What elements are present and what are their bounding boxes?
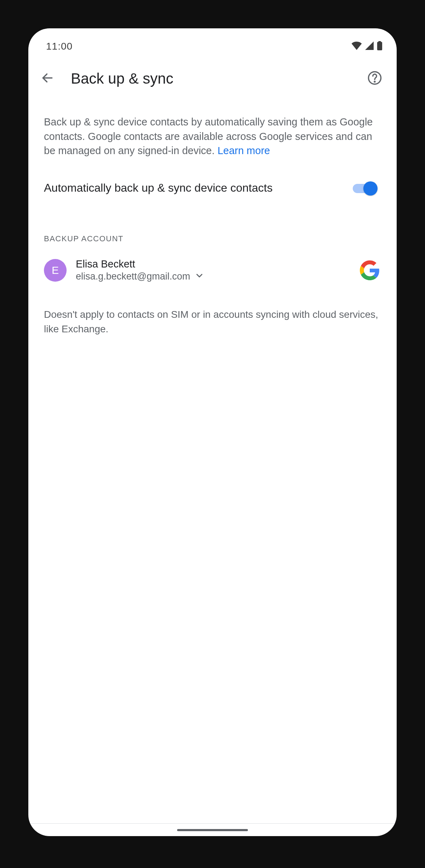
svg-rect-1 xyxy=(378,41,381,43)
account-text: Elisa Beckett elisa.g.beckett@gmail.com xyxy=(76,258,349,282)
svg-point-4 xyxy=(374,81,375,82)
navigation-bar xyxy=(28,823,397,836)
app-bar: Back up & sync xyxy=(28,59,397,95)
google-logo-icon xyxy=(358,259,381,282)
wifi-icon xyxy=(351,41,362,51)
account-name: Elisa Beckett xyxy=(76,258,349,270)
page-title: Back up & sync xyxy=(71,70,351,87)
status-bar: 11:00 xyxy=(28,34,397,59)
backup-account-header: BACKUP ACCOUNT xyxy=(44,234,381,243)
help-button[interactable] xyxy=(366,69,384,88)
screen: 11:00 Back up & sync xyxy=(28,28,397,836)
footnote-text: Doesn't apply to contacts on SIM or in a… xyxy=(44,308,381,336)
device-frame: 11:00 Back up & sync xyxy=(0,0,425,868)
content: Back up & sync device contacts by automa… xyxy=(28,95,397,836)
auto-backup-toggle-label: Automatically back up & sync device cont… xyxy=(44,181,339,196)
backup-account-selector[interactable]: E Elisa Beckett elisa.g.beckett@gmail.co… xyxy=(44,258,381,282)
help-icon xyxy=(367,71,382,87)
battery-icon xyxy=(377,41,382,52)
svg-rect-0 xyxy=(377,42,382,50)
description-body: Back up & sync device contacts by automa… xyxy=(44,116,373,156)
cellular-icon xyxy=(365,41,374,51)
status-icons xyxy=(351,41,382,52)
auto-backup-switch[interactable] xyxy=(353,182,378,195)
account-email-row: elisa.g.beckett@gmail.com xyxy=(76,271,349,282)
back-button[interactable] xyxy=(38,69,57,88)
auto-backup-toggle-row[interactable]: Automatically back up & sync device cont… xyxy=(44,181,381,196)
gesture-handle[interactable] xyxy=(177,829,248,831)
arrow-back-icon xyxy=(41,71,54,86)
chevron-down-icon xyxy=(194,271,204,282)
description-text: Back up & sync device contacts by automa… xyxy=(44,115,381,158)
status-time: 11:00 xyxy=(46,41,73,52)
account-email: elisa.g.beckett@gmail.com xyxy=(76,271,190,282)
avatar: E xyxy=(44,259,67,282)
learn-more-link[interactable]: Learn more xyxy=(217,145,270,156)
